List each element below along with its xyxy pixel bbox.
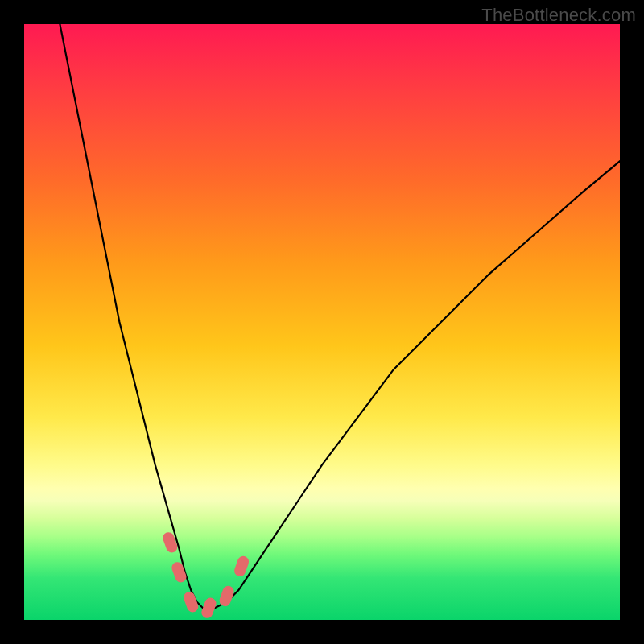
bottleneck-curve-svg <box>24 24 620 620</box>
curve-marker <box>161 530 179 554</box>
plot-area <box>24 24 620 620</box>
watermark-text: TheBottleneck.com <box>481 5 636 26</box>
marker-group <box>161 530 250 620</box>
curve-marker <box>233 555 250 578</box>
chart-frame: TheBottleneck.com <box>0 0 644 644</box>
bottleneck-curve-path <box>60 24 620 608</box>
